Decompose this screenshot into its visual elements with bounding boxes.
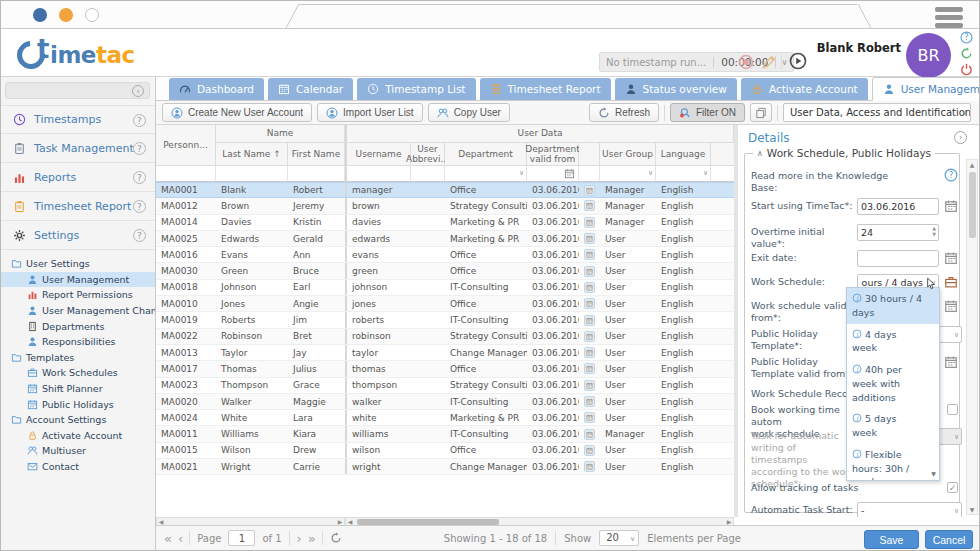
row-calendar-button[interactable] [584, 233, 595, 244]
import-user-list-button[interactable]: Import User List [317, 103, 423, 122]
row-calendar-button[interactable] [584, 396, 595, 407]
window-button-blue[interactable] [33, 8, 47, 22]
row-calendar-button[interactable] [584, 266, 595, 277]
overtime-input[interactable]: 24▲▼ [857, 224, 939, 241]
table-row[interactable]: MA0010 Jones Angie jones Office 03.06.20… [156, 296, 734, 312]
table-row[interactable]: MA0018 Johnson Earl johnson IT-Consultin… [156, 280, 734, 296]
row-calendar-button[interactable] [584, 185, 595, 196]
row-calendar-button[interactable] [584, 217, 595, 228]
page-number-input[interactable]: 1 [228, 530, 255, 546]
dropdown-option[interactable]: i5 days week [847, 408, 939, 444]
calendar-icon[interactable] [944, 299, 958, 313]
details-vscrollbar[interactable]: ▲ ▼ [966, 159, 978, 515]
row-calendar-button[interactable] [584, 363, 595, 374]
dropdown-option[interactable]: i40h per week with additions [847, 359, 939, 408]
help-question-icon[interactable]: ? [133, 171, 146, 184]
calendar-icon[interactable] [944, 199, 958, 213]
dropdown-option[interactable]: i30 hours / 4 days [847, 288, 939, 324]
help-question-icon[interactable]: ? [133, 229, 146, 242]
window-button-white[interactable] [85, 8, 99, 22]
filter-on-button[interactable]: Filter ON [670, 103, 745, 122]
tab[interactable]: Activate Account [741, 78, 868, 100]
collapse-sidebar-icon[interactable]: ‹ [132, 85, 144, 97]
table-row[interactable]: MA0023 Thompson Grace thompson Strategy … [156, 378, 734, 394]
calendar-icon[interactable] [564, 168, 575, 179]
cancel-button[interactable]: Cancel [925, 530, 973, 549]
help-question-icon[interactable]: ? [133, 114, 146, 127]
row-calendar-button[interactable] [584, 429, 595, 440]
sidebar-nav-item[interactable]: Task Management ? [1, 134, 155, 163]
refresh-icon[interactable] [960, 47, 973, 60]
first-page-icon[interactable]: « [164, 531, 171, 546]
row-calendar-button[interactable] [584, 445, 595, 456]
next-page-icon[interactable]: › [297, 531, 301, 546]
row-calendar-button[interactable] [584, 298, 595, 309]
tree-item[interactable]: User Management Changelog [1, 303, 155, 319]
tab[interactable]: Status overview [615, 78, 737, 100]
column-header-username[interactable]: Username [345, 143, 411, 166]
filter-language-select[interactable]: ∨ [656, 166, 711, 182]
power-icon[interactable] [960, 63, 973, 76]
allow-tracking-checkbox[interactable]: ✓ [947, 482, 958, 493]
expand-panel-icon[interactable]: › [954, 131, 967, 144]
row-calendar-button[interactable] [584, 200, 595, 211]
sidebar-nav-item[interactable]: Timestamps ? [1, 105, 155, 134]
filter-last-name-input[interactable] [216, 166, 288, 182]
table-row[interactable]: MA0022 Robinson Bret robinson Strategy C… [156, 329, 734, 345]
tree-item[interactable]: Account Settings [1, 412, 155, 428]
sidebar-nav-item[interactable]: Settings ? [1, 221, 155, 250]
row-calendar-button[interactable] [584, 380, 595, 391]
automatic-task-start-select[interactable]: -∨ [857, 502, 962, 517]
tab[interactable]: Calendar [268, 78, 353, 100]
row-calendar-button[interactable] [584, 315, 595, 326]
tab[interactable]: User Management × [872, 77, 980, 101]
tree-item[interactable]: User Settings [1, 256, 155, 272]
collapse-section-icon[interactable]: ∧ [757, 149, 763, 158]
column-header-abbreviation[interactable]: User Abbrevi... [411, 143, 445, 166]
tab[interactable]: Dashboard [169, 78, 264, 100]
knowledge-base-help-icon[interactable]: ? [944, 168, 958, 182]
table-row[interactable]: MA0012 Brown Jeremy brown Strategy Consu… [156, 198, 734, 214]
table-row[interactable]: MA0019 Roberts Jim roberts IT-Consulting… [156, 312, 734, 328]
table-row[interactable]: MA0015 Wilson Drew wilson Office 03.06.2… [156, 443, 734, 459]
dropdown-option[interactable]: iFlexible hours: 30h / week [847, 444, 939, 481]
tree-item[interactable]: Responsibilities [1, 334, 155, 350]
start-timestamp-play-button[interactable] [789, 52, 807, 70]
filter-abbreviation-input[interactable] [411, 166, 445, 182]
sidebar-nav-item[interactable]: Timesheet Report ? [1, 192, 155, 221]
filter-department-select[interactable]: ∨ [445, 166, 527, 182]
calendar-icon[interactable] [944, 251, 958, 265]
dropdown-option[interactable]: i4 days week [847, 324, 939, 360]
hamburger-menu-icon[interactable] [935, 7, 963, 31]
column-header-last-name[interactable]: Last Name↑ [216, 143, 288, 166]
tree-item[interactable]: Departments [1, 318, 155, 334]
row-calendar-button[interactable] [584, 412, 595, 423]
refresh-table-button[interactable]: Refresh [589, 103, 659, 122]
copy-user-button[interactable]: Copy User [428, 103, 510, 122]
briefcase-icon[interactable] [944, 275, 958, 289]
tab[interactable]: Timesheet Report [480, 78, 611, 100]
calendar-icon[interactable] [944, 355, 958, 369]
scroll-down-icon[interactable]: ▼ [967, 506, 977, 513]
tab[interactable]: Timestamp List [357, 78, 475, 100]
table-row[interactable]: MA0014 Davies Kristin davies Marketing &… [156, 215, 734, 231]
table-row[interactable]: MA0025 Edwards Gerald edwards Marketing … [156, 231, 734, 247]
help-question-icon[interactable]: ? [133, 142, 146, 155]
row-calendar-button[interactable] [584, 282, 595, 293]
column-header-department[interactable]: Department [445, 143, 527, 166]
page-size-select[interactable]: 20∨ [599, 530, 639, 546]
sidebar-nav-item[interactable]: Reports ? [1, 163, 155, 192]
avatar[interactable]: BR [906, 33, 951, 78]
table-row[interactable]: MA0030 Green Bruce green Office 03.06.20… [156, 263, 734, 279]
column-header-user-group[interactable]: User Group [600, 143, 656, 166]
edit-timestamp-icon[interactable] [761, 54, 777, 70]
table-row[interactable]: MA0016 Evans Ann evans Office 03.06.2016… [156, 247, 734, 263]
previous-page-icon[interactable]: ‹ [178, 531, 182, 546]
start-date-input[interactable]: 03.06.2016 [857, 198, 939, 215]
tree-item[interactable]: Contact [1, 459, 155, 475]
dropdown-scroll-down-icon[interactable]: ▼ [929, 468, 938, 480]
tree-item[interactable]: Work Schedules [1, 365, 155, 381]
table-row[interactable]: MA0013 Taylor Jay taylor Change Manageme… [156, 345, 734, 361]
window-button-orange[interactable] [59, 8, 73, 22]
tree-item[interactable]: Activate Account [1, 428, 155, 444]
